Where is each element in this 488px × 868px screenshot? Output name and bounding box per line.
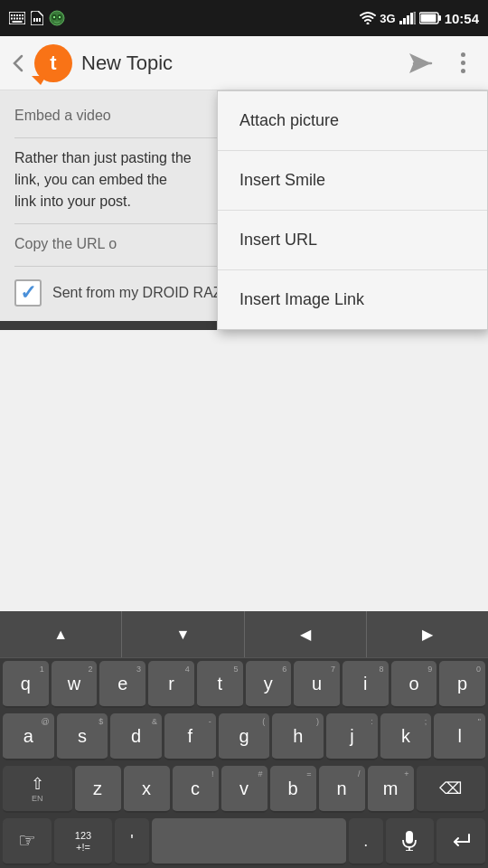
emoji-key[interactable]: ☞ xyxy=(3,818,52,865)
key-e[interactable]: 3e xyxy=(99,661,145,708)
key-row-3: ⇧ EN z x !c #v =b /n +m ⌫ xyxy=(0,763,488,816)
key-i[interactable]: 8i xyxy=(343,661,389,708)
svg-rect-3 xyxy=(16,14,18,16)
enter-key[interactable] xyxy=(436,818,485,865)
space-key[interactable] xyxy=(152,818,346,865)
mic-key[interactable] xyxy=(386,818,435,865)
key-row-2: @a $s &d -f (g )h :j ;k "l xyxy=(0,711,488,763)
dot1 xyxy=(461,52,465,57)
shift-key[interactable]: ⇧ EN xyxy=(3,766,72,813)
arrow-left[interactable]: ◀ xyxy=(245,611,367,657)
mic-icon xyxy=(401,831,418,851)
dot2 xyxy=(461,61,465,65)
arrow-up[interactable]: ▲ xyxy=(0,611,122,657)
sd-card-icon xyxy=(31,11,43,25)
svg-rect-5 xyxy=(22,14,23,16)
svg-rect-29 xyxy=(406,831,413,844)
key-o[interactable]: 9o xyxy=(391,661,437,708)
svg-rect-9 xyxy=(19,18,21,20)
key-u[interactable]: 7u xyxy=(294,661,340,708)
alien-icon xyxy=(49,10,65,26)
svg-rect-27 xyxy=(438,15,441,21)
key-m[interactable]: +m xyxy=(368,766,414,813)
send-button[interactable] xyxy=(401,45,437,81)
svg-rect-11 xyxy=(13,21,23,23)
bottom-row: ☞ 123 +!= ' . xyxy=(0,816,488,868)
key-c[interactable]: !c xyxy=(173,766,219,813)
key-g[interactable]: (g xyxy=(219,713,270,760)
dot3 xyxy=(461,69,465,73)
keyboard: ▲ ▼ ◀ ▶ 1q 2w 3e 4r 5t 6y 7u 8i 9o 0p @a… xyxy=(0,611,488,868)
svg-rect-12 xyxy=(33,18,35,22)
key-v[interactable]: #v xyxy=(221,766,267,813)
content-container: Embed a video Rather than just pasting t… xyxy=(0,90,488,321)
comma-key[interactable]: ' xyxy=(115,818,149,865)
svg-rect-2 xyxy=(14,14,15,16)
menu-item-insert-image-link[interactable]: Insert Image Link xyxy=(218,270,487,329)
svg-rect-14 xyxy=(39,18,41,22)
menu-item-attach-picture[interactable]: Attach picture xyxy=(218,91,487,151)
arrow-down[interactable]: ▼ xyxy=(122,611,244,657)
svg-rect-10 xyxy=(22,18,23,20)
network-label: 3G xyxy=(380,12,395,25)
svg-rect-23 xyxy=(407,15,409,24)
menu-item-insert-smile[interactable]: Insert Smile xyxy=(218,151,487,211)
svg-rect-28 xyxy=(420,14,436,23)
svg-rect-1 xyxy=(11,14,13,16)
svg-rect-4 xyxy=(19,14,21,16)
key-h[interactable]: )h xyxy=(272,713,324,760)
key-s[interactable]: $s xyxy=(57,713,108,760)
send-icon xyxy=(406,52,433,75)
svg-rect-6 xyxy=(11,18,13,20)
svg-rect-13 xyxy=(36,18,38,22)
page-title: New Topic xyxy=(81,52,401,75)
key-n[interactable]: /n xyxy=(319,766,365,813)
status-right: 3G 10:54 xyxy=(360,11,479,26)
back-button[interactable] xyxy=(9,54,27,72)
time-display: 10:54 xyxy=(445,11,479,26)
key-z[interactable]: z xyxy=(75,766,121,813)
svg-rect-24 xyxy=(410,13,413,24)
key-a[interactable]: @a xyxy=(3,713,54,760)
svg-point-19 xyxy=(59,16,61,18)
status-bar: 3G 10:54 xyxy=(0,0,488,36)
enter-icon xyxy=(451,833,471,849)
arrow-right[interactable]: ▶ xyxy=(367,611,488,657)
arrow-row: ▲ ▼ ◀ ▶ xyxy=(0,611,488,658)
key-w[interactable]: 2w xyxy=(52,661,98,708)
wifi-icon xyxy=(360,12,376,24)
key-x[interactable]: x xyxy=(124,766,170,813)
key-row-1: 1q 2w 3e 4r 5t 6y 7u 8i 9o 0p xyxy=(0,658,488,711)
numbers-key[interactable]: 123 +!= xyxy=(54,818,113,865)
key-p[interactable]: 0p xyxy=(439,661,485,708)
more-options-button[interactable] xyxy=(446,45,479,81)
svg-point-18 xyxy=(53,16,55,18)
key-b[interactable]: =b xyxy=(270,766,316,813)
svg-point-15 xyxy=(50,11,64,25)
svg-rect-21 xyxy=(399,21,402,24)
key-r[interactable]: 4r xyxy=(148,661,194,708)
period-key[interactable]: . xyxy=(349,818,383,865)
battery-icon xyxy=(419,12,441,24)
svg-rect-22 xyxy=(403,18,406,24)
status-icons-left xyxy=(9,10,65,26)
app-logo: t xyxy=(34,44,72,82)
key-k[interactable]: ;k xyxy=(380,713,432,760)
key-t[interactable]: 5t xyxy=(197,661,243,708)
svg-point-20 xyxy=(367,23,370,25)
svg-rect-7 xyxy=(14,18,15,20)
backspace-key[interactable]: ⌫ xyxy=(417,766,486,813)
key-d[interactable]: &d xyxy=(110,713,162,760)
key-l[interactable]: "l xyxy=(434,713,485,760)
menu-item-insert-url[interactable]: Insert URL xyxy=(218,211,487,270)
check-mark: ✓ xyxy=(20,281,36,305)
svg-rect-25 xyxy=(414,12,416,24)
app-bar: t New Topic xyxy=(0,36,488,90)
key-y[interactable]: 6y xyxy=(246,661,292,708)
app-bar-actions xyxy=(401,45,479,81)
key-j[interactable]: :j xyxy=(326,713,378,760)
signal-icon xyxy=(399,12,416,24)
key-q[interactable]: 1q xyxy=(3,661,49,708)
signature-checkbox[interactable]: ✓ xyxy=(14,279,42,307)
key-f[interactable]: -f xyxy=(164,713,216,760)
